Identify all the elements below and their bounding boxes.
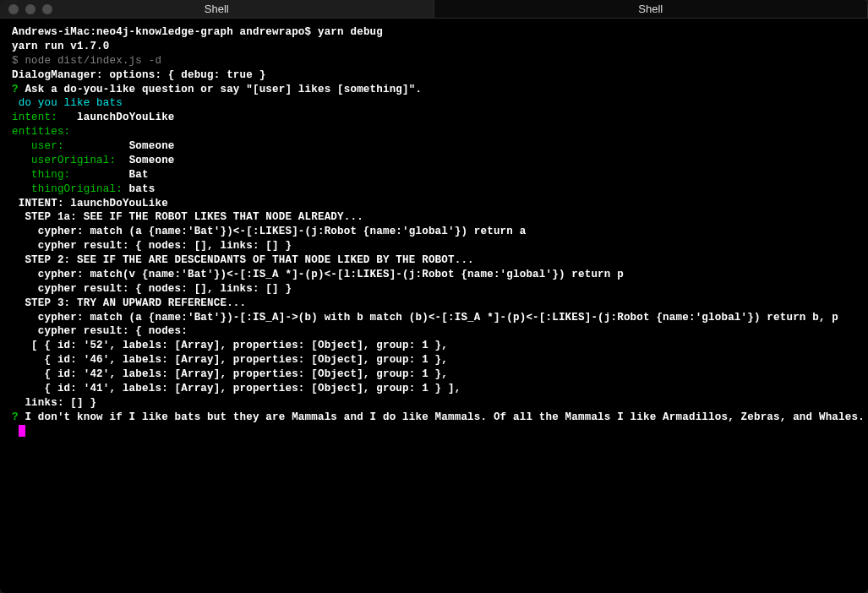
step1a-cypher: cypher: match (a {name:'Bat'})<-[:LIKES]… — [12, 225, 856, 239]
answer-prefix: ? — [12, 411, 19, 423]
entity-thing-original: thingOriginal: bats — [12, 182, 856, 197]
node-cmd-line: $ node dist/index.js -d — [12, 54, 856, 68]
entity-thing: thing: Bat — [12, 168, 856, 182]
yarn-run-line: yarn run v1.7.0 — [12, 40, 856, 54]
close-icon[interactable] — [8, 4, 19, 14]
title-bar: Shell Shell — [0, 0, 868, 19]
step3-cypher: cypher: match (a {name:'Bat'})-[:IS_A]->… — [12, 311, 856, 325]
cursor-line — [12, 425, 856, 439]
step1a-result: cypher result: { nodes: [], links: [] } — [12, 239, 856, 253]
entity-user: user: Someone — [12, 139, 856, 154]
answer-line: ? I don't know if I like bats but they a… — [12, 411, 856, 425]
node-row: { id: '41', labels: [Array], properties:… — [12, 382, 856, 396]
links-close: links: [] } — [12, 396, 856, 411]
entity-value: Bat — [70, 169, 148, 181]
terminal-window: Shell Shell Andrews-iMac:neo4j-knowledge… — [0, 0, 868, 593]
entity-label: thingOriginal: — [12, 183, 123, 195]
user-input-line: do you like bats — [12, 96, 856, 111]
entity-value: bats — [123, 183, 156, 195]
cursor-icon — [19, 425, 25, 437]
tab-shell-1[interactable]: Shell — [0, 0, 434, 18]
step1a-line: STEP 1a: SEE IF THE ROBOT LIKES THAT NOD… — [12, 210, 856, 225]
traffic-lights — [0, 4, 52, 14]
question-prefix: ? — [12, 84, 19, 95]
entity-value: Someone — [64, 140, 175, 152]
question-line: ? Ask a do-you-like question or say "[us… — [12, 83, 856, 97]
entity-label: thing: — [12, 169, 70, 181]
entity-value: Someone — [116, 155, 174, 166]
step2-result: cypher result: { nodes: [], links: [] } — [12, 282, 856, 296]
answer-text: I don't know if I like bats but they are… — [19, 411, 865, 423]
dialog-manager-line: DialogManager: options: { debug: true } — [12, 68, 856, 83]
maximize-icon[interactable] — [42, 4, 52, 14]
node-row: [ { id: '52', labels: [Array], propertie… — [12, 339, 856, 353]
node-row: { id: '42', labels: [Array], properties:… — [12, 367, 856, 382]
tab-label: Shell — [638, 3, 663, 15]
terminal-content[interactable]: Andrews-iMac:neo4j-knowledge-graph andre… — [0, 19, 868, 445]
intent-value: launchDoYouLike — [57, 112, 175, 123]
intent-launch-line: INTENT: launchDoYouLike — [12, 197, 856, 211]
tab-label: Shell — [205, 3, 229, 15]
step3-result-open: cypher result: { nodes: — [12, 324, 856, 339]
prompt-host: Andrews-iMac:neo4j-knowledge-graph andre… — [12, 26, 318, 38]
question-text: Ask a do-you-like question or say "[user… — [19, 84, 422, 95]
tab-shell-2[interactable]: Shell — [434, 0, 869, 18]
step2-cypher: cypher: match(v {name:'Bat'})<-[:IS_A *]… — [12, 268, 856, 282]
node-row: { id: '46', labels: [Array], properties:… — [12, 353, 856, 367]
entity-user-original: userOriginal: Someone — [12, 154, 856, 168]
prompt-command: yarn debug — [318, 26, 383, 38]
entity-label: user: — [12, 140, 64, 152]
intent-line: intent: launchDoYouLike — [12, 111, 856, 125]
entity-label: userOriginal: — [12, 155, 116, 166]
minimize-icon[interactable] — [25, 4, 35, 14]
step2-line: STEP 2: SEE IF THE ARE DESCENDANTS OF TH… — [12, 253, 856, 268]
prompt-line: Andrews-iMac:neo4j-knowledge-graph andre… — [12, 25, 856, 40]
step3-line: STEP 3: TRY AN UPWARD REFERENCE... — [12, 296, 856, 311]
entities-label: entities: — [12, 125, 856, 139]
intent-label: intent: — [12, 112, 57, 123]
